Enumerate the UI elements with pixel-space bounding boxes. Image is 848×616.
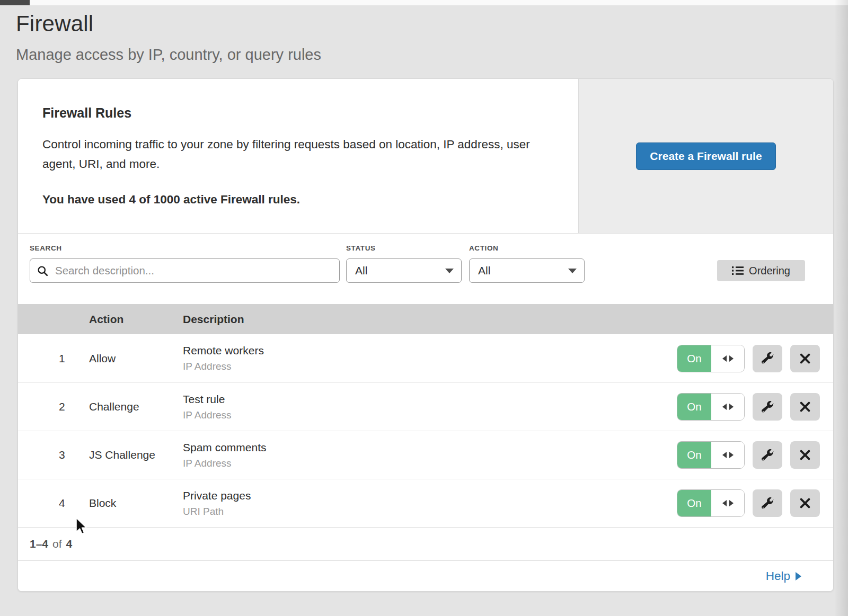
rule-controls: On xyxy=(677,441,833,469)
table-header: Action Description xyxy=(18,304,833,334)
rule-enabled-toggle[interactable]: On xyxy=(677,345,745,372)
pagination-range: 1–4 xyxy=(30,538,48,550)
chevron-down-icon xyxy=(568,269,577,273)
action-select-value: All xyxy=(478,264,490,277)
pagination-bar: 1–4 of 4 xyxy=(18,527,833,560)
pagination-total: 4 xyxy=(66,538,73,550)
close-icon xyxy=(799,449,811,461)
wrench-icon xyxy=(762,449,774,461)
toggle-on-label[interactable]: On xyxy=(677,490,711,516)
edit-rule-button[interactable] xyxy=(753,393,782,421)
rule-action: Challenge xyxy=(89,400,183,413)
close-icon xyxy=(799,353,811,364)
action-select[interactable]: All xyxy=(469,258,585,283)
search-label: SEARCH xyxy=(30,244,62,252)
page-title: Firewall xyxy=(16,11,848,37)
right-edge-shading xyxy=(834,0,848,616)
pagination-of: of xyxy=(52,538,62,550)
wrench-icon xyxy=(762,352,774,364)
toggle-arrows-icon[interactable] xyxy=(711,490,744,516)
chevron-down-icon xyxy=(445,269,454,273)
rule-enabled-toggle[interactable]: On xyxy=(677,393,745,421)
create-firewall-rule-button[interactable]: Create a Firewall rule xyxy=(636,142,775,170)
card-description: Control incoming traffic to your zone by… xyxy=(42,135,546,174)
delete-rule-button[interactable] xyxy=(790,441,820,469)
search-box[interactable] xyxy=(30,258,340,283)
window-top-strip xyxy=(0,0,848,5)
delete-rule-button[interactable] xyxy=(790,345,820,372)
rule-description: Private pages xyxy=(183,489,677,502)
status-label: STATUS xyxy=(346,244,376,252)
card-top-text: Firewall Rules Control incoming traffic … xyxy=(18,79,578,233)
rule-action: Allow xyxy=(89,352,183,365)
rule-description: Remote workers xyxy=(183,344,677,357)
delete-rule-button[interactable] xyxy=(790,489,820,517)
rule-controls: On xyxy=(677,393,833,421)
toggle-on-label[interactable]: On xyxy=(677,442,711,468)
edit-rule-button[interactable] xyxy=(753,345,782,372)
rule-controls: On xyxy=(677,345,833,372)
rule-description: Test rule xyxy=(183,393,677,406)
toggle-on-label[interactable]: On xyxy=(677,345,711,372)
card-top-section: Firewall Rules Control incoming traffic … xyxy=(18,79,833,234)
toggle-arrows-icon[interactable] xyxy=(711,442,744,468)
close-icon xyxy=(799,497,811,509)
wrench-icon xyxy=(762,497,774,510)
rule-controls: On xyxy=(677,489,833,517)
help-link-label: Help xyxy=(766,569,790,583)
card-heading: Firewall Rules xyxy=(42,105,557,121)
column-header-description: Description xyxy=(183,313,833,326)
table-row: 3 JS Challenge Spam comments IP Address … xyxy=(18,431,833,479)
table-row: 1 Allow Remote workers IP Address On xyxy=(18,334,833,382)
page-subtitle: Manage access by IP, country, or query r… xyxy=(16,46,848,64)
card-footer: Help xyxy=(18,560,833,591)
firewall-rules-card: Firewall Rules Control incoming traffic … xyxy=(17,78,834,592)
rule-priority: 4 xyxy=(59,497,89,510)
toggle-on-label[interactable]: On xyxy=(677,394,711,420)
rule-enabled-toggle[interactable]: On xyxy=(677,489,745,517)
edit-rule-button[interactable] xyxy=(753,489,782,517)
wrench-icon xyxy=(762,401,774,413)
ordering-button[interactable]: Ordering xyxy=(717,260,805,281)
search-icon xyxy=(37,265,49,277)
rules-table-body: 1 Allow Remote workers IP Address On xyxy=(18,334,833,527)
table-row: 2 Challenge Test rule IP Address On xyxy=(18,382,833,431)
status-select-value: All xyxy=(355,264,367,277)
rule-priority: 1 xyxy=(59,352,89,365)
search-input[interactable] xyxy=(54,264,333,278)
rule-priority: 2 xyxy=(59,400,89,413)
rule-action: Block xyxy=(89,497,183,510)
table-row: 4 Block Private pages URI Path On xyxy=(18,479,833,527)
rule-priority: 3 xyxy=(59,449,89,461)
column-header-action: Action xyxy=(89,313,183,326)
help-link[interactable]: Help xyxy=(766,569,801,583)
filters-bar: SEARCH STATUS All ACTION All Ordering xyxy=(18,234,833,304)
card-top-action-panel: Create a Firewall rule xyxy=(578,79,833,233)
page-header: Firewall Manage access by IP, country, o… xyxy=(0,0,848,64)
rule-description: Spam comments xyxy=(183,441,677,454)
status-select[interactable]: All xyxy=(346,258,462,283)
toggle-arrows-icon[interactable] xyxy=(711,394,744,420)
rule-enabled-toggle[interactable]: On xyxy=(677,441,745,469)
ordering-button-label: Ordering xyxy=(749,265,790,277)
rule-match-type: IP Address xyxy=(183,409,677,421)
edit-rule-button[interactable] xyxy=(753,441,782,469)
rule-match-type: IP Address xyxy=(183,361,677,372)
action-label: ACTION xyxy=(469,244,498,252)
rules-usage-text: You have used 4 of 1000 active Firewall … xyxy=(42,193,557,207)
rule-match-type: IP Address xyxy=(183,458,677,469)
delete-rule-button[interactable] xyxy=(790,393,820,421)
list-ordering-icon xyxy=(732,266,744,275)
window-top-corner xyxy=(0,0,30,5)
rule-action: JS Challenge xyxy=(89,449,183,461)
toggle-arrows-icon[interactable] xyxy=(711,345,744,372)
arrow-right-icon xyxy=(796,572,801,581)
close-icon xyxy=(799,401,811,413)
rule-match-type: URI Path xyxy=(183,506,677,517)
